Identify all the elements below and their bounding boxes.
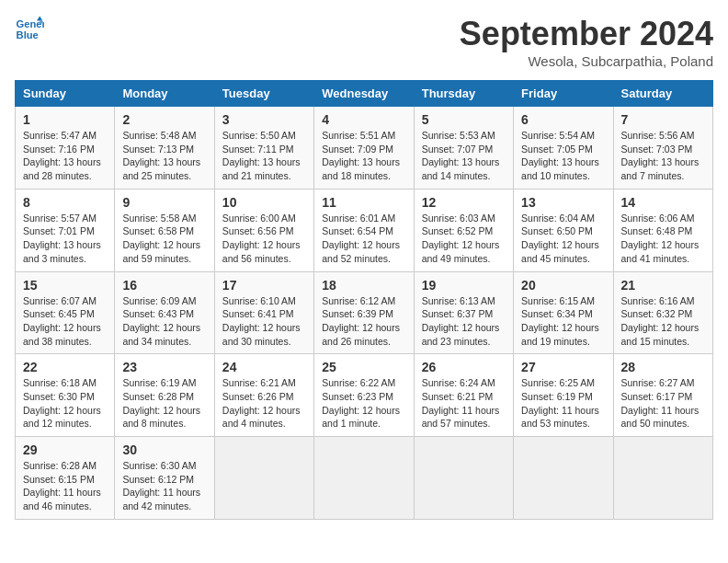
day-number: 17 — [222, 278, 306, 293]
month-title: September 2024 — [460, 15, 713, 53]
calendar-day-cell — [514, 437, 613, 520]
day-detail: Sunrise: 5:50 AM Sunset: 7:11 PM Dayligh… — [222, 129, 306, 183]
calendar-day-cell: 8Sunrise: 5:57 AM Sunset: 7:01 PM Daylig… — [16, 189, 115, 271]
calendar-day-cell: 27Sunrise: 6:25 AM Sunset: 6:19 PM Dayli… — [514, 354, 613, 437]
calendar-week-row: 22Sunrise: 6:18 AM Sunset: 6:30 PM Dayli… — [16, 354, 713, 437]
day-number: 6 — [521, 112, 605, 127]
header-sunday: Sunday — [16, 81, 115, 107]
day-detail: Sunrise: 6:21 AM Sunset: 6:26 PM Dayligh… — [222, 376, 306, 431]
day-detail: Sunrise: 6:10 AM Sunset: 6:41 PM Dayligh… — [222, 294, 306, 349]
day-detail: Sunrise: 5:54 AM Sunset: 7:05 PM Dayligh… — [521, 129, 605, 183]
day-detail: Sunrise: 6:01 AM Sunset: 6:54 PM Dayligh… — [322, 212, 405, 266]
day-detail: Sunrise: 6:19 AM Sunset: 6:28 PM Dayligh… — [122, 376, 206, 431]
day-detail: Sunrise: 6:04 AM Sunset: 6:50 PM Dayligh… — [521, 212, 605, 266]
day-detail: Sunrise: 5:57 AM Sunset: 7:01 PM Dayligh… — [23, 212, 107, 266]
day-detail: Sunrise: 6:24 AM Sunset: 6:21 PM Dayligh… — [422, 376, 506, 431]
day-number: 11 — [322, 195, 405, 210]
calendar-day-cell: 26Sunrise: 6:24 AM Sunset: 6:21 PM Dayli… — [414, 354, 513, 437]
day-number: 29 — [23, 442, 107, 457]
day-number: 5 — [422, 112, 506, 127]
title-section: September 2024 Wesola, Subcarpathia, Pol… — [460, 15, 713, 69]
page-header: General Blue September 2024 Wesola, Subc… — [15, 15, 713, 69]
day-detail: Sunrise: 6:22 AM Sunset: 6:23 PM Dayligh… — [322, 376, 405, 431]
svg-text:Blue: Blue — [17, 29, 39, 40]
logo-icon: General Blue — [15, 15, 44, 44]
calendar-week-row: 29Sunrise: 6:28 AM Sunset: 6:15 PM Dayli… — [16, 437, 713, 520]
calendar-day-cell: 19Sunrise: 6:13 AM Sunset: 6:37 PM Dayli… — [414, 271, 513, 354]
calendar-day-cell: 1Sunrise: 5:47 AM Sunset: 7:16 PM Daylig… — [16, 107, 115, 190]
header-saturday: Saturday — [613, 81, 712, 107]
calendar-day-cell: 22Sunrise: 6:18 AM Sunset: 6:30 PM Dayli… — [16, 354, 115, 437]
header-friday: Friday — [514, 81, 613, 107]
day-detail: Sunrise: 6:16 AM Sunset: 6:32 PM Dayligh… — [621, 294, 705, 349]
day-number: 18 — [322, 278, 405, 293]
day-number: 19 — [422, 278, 506, 293]
day-number: 16 — [122, 278, 206, 293]
calendar-day-cell — [414, 437, 513, 520]
day-number: 3 — [222, 112, 306, 127]
calendar-week-row: 8Sunrise: 5:57 AM Sunset: 7:01 PM Daylig… — [16, 189, 713, 271]
calendar-day-cell: 13Sunrise: 6:04 AM Sunset: 6:50 PM Dayli… — [514, 189, 613, 271]
calendar-day-cell: 7Sunrise: 5:56 AM Sunset: 7:03 PM Daylig… — [613, 107, 712, 190]
day-detail: Sunrise: 6:07 AM Sunset: 6:45 PM Dayligh… — [23, 294, 107, 349]
day-number: 30 — [122, 442, 206, 457]
day-detail: Sunrise: 5:56 AM Sunset: 7:03 PM Dayligh… — [621, 129, 705, 183]
calendar-day-cell: 3Sunrise: 5:50 AM Sunset: 7:11 PM Daylig… — [214, 107, 313, 190]
day-detail: Sunrise: 6:15 AM Sunset: 6:34 PM Dayligh… — [521, 294, 605, 349]
calendar-week-row: 1Sunrise: 5:47 AM Sunset: 7:16 PM Daylig… — [16, 107, 713, 190]
day-number: 7 — [621, 112, 705, 127]
day-number: 27 — [521, 360, 605, 374]
day-detail: Sunrise: 6:27 AM Sunset: 6:17 PM Dayligh… — [621, 376, 705, 431]
day-number: 25 — [322, 360, 405, 374]
weekday-header-row: Sunday Monday Tuesday Wednesday Thursday… — [16, 81, 713, 107]
day-number: 28 — [621, 360, 705, 374]
day-detail: Sunrise: 6:13 AM Sunset: 6:37 PM Dayligh… — [422, 294, 506, 349]
day-number: 23 — [122, 360, 206, 374]
calendar-day-cell: 16Sunrise: 6:09 AM Sunset: 6:43 PM Dayli… — [115, 271, 214, 354]
day-detail: Sunrise: 6:25 AM Sunset: 6:19 PM Dayligh… — [521, 376, 605, 431]
day-detail: Sunrise: 6:09 AM Sunset: 6:43 PM Dayligh… — [122, 294, 206, 349]
day-detail: Sunrise: 6:28 AM Sunset: 6:15 PM Dayligh… — [23, 459, 107, 513]
day-detail: Sunrise: 6:00 AM Sunset: 6:56 PM Dayligh… — [222, 212, 306, 266]
calendar-day-cell: 12Sunrise: 6:03 AM Sunset: 6:52 PM Dayli… — [414, 189, 513, 271]
day-detail: Sunrise: 5:51 AM Sunset: 7:09 PM Dayligh… — [322, 129, 405, 183]
day-number: 14 — [621, 195, 705, 210]
calendar-day-cell: 14Sunrise: 6:06 AM Sunset: 6:48 PM Dayli… — [613, 189, 712, 271]
day-number: 15 — [23, 278, 107, 293]
day-detail: Sunrise: 6:12 AM Sunset: 6:39 PM Dayligh… — [322, 294, 405, 349]
day-number: 22 — [23, 360, 107, 374]
day-number: 9 — [122, 195, 206, 210]
calendar-day-cell: 9Sunrise: 5:58 AM Sunset: 6:58 PM Daylig… — [115, 189, 214, 271]
day-number: 26 — [422, 360, 506, 374]
day-number: 2 — [122, 112, 206, 127]
day-detail: Sunrise: 6:18 AM Sunset: 6:30 PM Dayligh… — [23, 376, 107, 431]
day-detail: Sunrise: 5:47 AM Sunset: 7:16 PM Dayligh… — [23, 129, 107, 183]
day-number: 1 — [23, 112, 107, 127]
calendar-day-cell: 2Sunrise: 5:48 AM Sunset: 7:13 PM Daylig… — [115, 107, 214, 190]
calendar-day-cell: 6Sunrise: 5:54 AM Sunset: 7:05 PM Daylig… — [514, 107, 613, 190]
calendar-day-cell — [314, 437, 414, 520]
calendar-day-cell: 18Sunrise: 6:12 AM Sunset: 6:39 PM Dayli… — [314, 271, 414, 354]
calendar-day-cell: 11Sunrise: 6:01 AM Sunset: 6:54 PM Dayli… — [314, 189, 414, 271]
calendar-day-cell: 10Sunrise: 6:00 AM Sunset: 6:56 PM Dayli… — [214, 189, 313, 271]
day-detail: Sunrise: 5:48 AM Sunset: 7:13 PM Dayligh… — [122, 129, 206, 183]
calendar-day-cell: 5Sunrise: 5:53 AM Sunset: 7:07 PM Daylig… — [414, 107, 513, 190]
location-subtitle: Wesola, Subcarpathia, Poland — [460, 53, 713, 69]
calendar-day-cell: 15Sunrise: 6:07 AM Sunset: 6:45 PM Dayli… — [16, 271, 115, 354]
calendar-table: Sunday Monday Tuesday Wednesday Thursday… — [15, 80, 713, 520]
day-number: 24 — [222, 360, 306, 374]
calendar-day-cell: 21Sunrise: 6:16 AM Sunset: 6:32 PM Dayli… — [613, 271, 712, 354]
calendar-day-cell: 17Sunrise: 6:10 AM Sunset: 6:41 PM Dayli… — [214, 271, 313, 354]
day-number: 4 — [322, 112, 405, 127]
calendar-day-cell: 4Sunrise: 5:51 AM Sunset: 7:09 PM Daylig… — [314, 107, 414, 190]
day-number: 8 — [23, 195, 107, 210]
day-number: 10 — [222, 195, 306, 210]
calendar-day-cell: 24Sunrise: 6:21 AM Sunset: 6:26 PM Dayli… — [214, 354, 313, 437]
calendar-day-cell — [613, 437, 712, 520]
day-detail: Sunrise: 6:30 AM Sunset: 6:12 PM Dayligh… — [122, 459, 206, 513]
day-number: 13 — [521, 195, 605, 210]
calendar-day-cell: 28Sunrise: 6:27 AM Sunset: 6:17 PM Dayli… — [613, 354, 712, 437]
day-number: 12 — [422, 195, 506, 210]
day-detail: Sunrise: 6:03 AM Sunset: 6:52 PM Dayligh… — [422, 212, 506, 266]
logo: General Blue — [15, 15, 44, 44]
